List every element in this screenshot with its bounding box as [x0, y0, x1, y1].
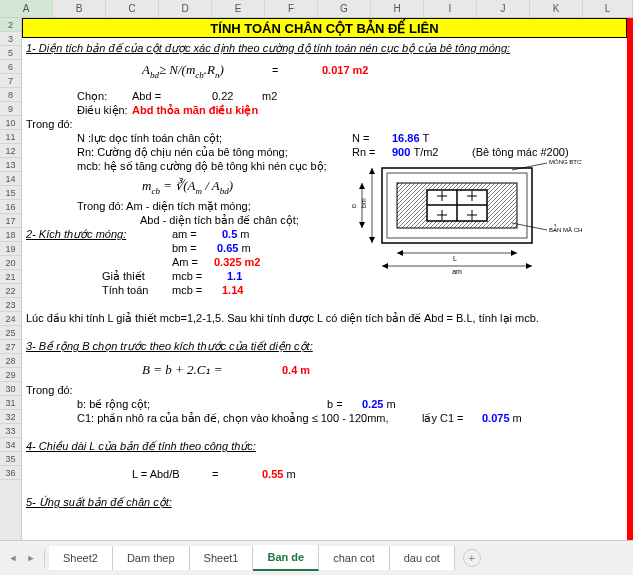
row-header[interactable]: 25 — [0, 326, 21, 340]
separator — [44, 549, 45, 567]
formula-L: L = Abd/B — [132, 468, 180, 480]
row-header[interactable]: 28 — [0, 354, 21, 368]
svg-text:am: am — [452, 268, 462, 275]
row-header[interactable]: 3 — [0, 32, 21, 46]
row-header[interactable]: 2 — [0, 18, 21, 32]
svg-text:BẢN MÃ CHÂN CỘT: BẢN MÃ CHÂN CỘT — [549, 224, 582, 234]
col-header[interactable]: F — [265, 0, 318, 17]
trongdo-label: Trong đó: — [26, 118, 73, 130]
tab-chan-cot[interactable]: chan cot — [319, 546, 390, 570]
abd-chosen: 0.22 — [212, 90, 233, 102]
row-header[interactable]: 14 — [0, 172, 21, 186]
svg-text:b: b — [352, 204, 357, 208]
row-header[interactable]: 10 — [0, 116, 21, 130]
Am-value: 0.325 m2 — [214, 256, 261, 268]
n-value: 16.86 T — [392, 132, 429, 144]
tab-sheet1[interactable]: Sheet1 — [190, 546, 254, 570]
tab-dau-cot[interactable]: dau cot — [390, 546, 455, 570]
n-eq: N = — [352, 132, 369, 144]
row-header[interactable]: 15 — [0, 186, 21, 200]
row-header[interactable]: 7 — [0, 74, 21, 88]
tab-ban-de[interactable]: Ban de — [253, 545, 319, 571]
Am-label: Am = — [172, 256, 198, 268]
row-header[interactable]: 12 — [0, 144, 21, 158]
row-header[interactable]: 27 — [0, 340, 21, 354]
rn-eq: Rn = — [352, 146, 376, 158]
dieukien-msg: Abd thỏa mãn điều kiện — [132, 104, 258, 117]
row-header[interactable]: 22 — [0, 284, 21, 298]
row-header[interactable]: 13 — [0, 158, 21, 172]
rn-note: (Bê tông mác #200) — [472, 146, 569, 158]
col-header[interactable]: I — [424, 0, 477, 17]
svg-text:MÓNG BTCT: MÓNG BTCT — [549, 159, 582, 165]
c1-desc: C1: phần nhô ra của bản đế, chọn vào kho… — [77, 412, 389, 425]
svg-marker-20 — [359, 222, 365, 228]
n-desc: N :lực dọc tính toán chân cột; — [77, 132, 222, 145]
row-header[interactable]: 8 — [0, 88, 21, 102]
trongdo3-label: Trong đó: — [26, 384, 73, 396]
row-header[interactable]: 30 — [0, 382, 21, 396]
add-sheet-icon[interactable]: + — [463, 549, 481, 567]
row-header[interactable]: 17 — [0, 214, 21, 228]
section2-heading: 2- Kích thước móng: — [26, 228, 126, 241]
worksheet-content[interactable]: TÍNH TOÁN CHÂN CỘT BẢN ĐẾ LIÊN 1- Diện t… — [22, 18, 633, 540]
tab-dam-thep[interactable]: Dam thep — [113, 546, 190, 570]
row-header[interactable]: 35 — [0, 452, 21, 466]
svg-marker-15 — [369, 168, 375, 174]
section5-heading: 5- Ứng suất bản đế chân cột: — [26, 496, 172, 509]
row-header[interactable]: 31 — [0, 396, 21, 410]
row-header[interactable]: 11 — [0, 130, 21, 144]
am-desc: Trong đó: Am - diện tích mặt móng; — [77, 200, 251, 213]
col-header[interactable]: L — [583, 0, 633, 17]
row-header[interactable]: 33 — [0, 424, 21, 438]
svg-line-30 — [512, 163, 547, 170]
c1-eq: lấy C1 = — [422, 412, 464, 425]
row-header[interactable]: 6 — [0, 60, 21, 74]
tab-sheet2[interactable]: Sheet2 — [49, 546, 113, 570]
svg-marker-28 — [526, 263, 532, 269]
row-header[interactable]: 5 — [0, 46, 21, 60]
row-header[interactable]: 32 — [0, 410, 21, 424]
row-header[interactable]: 34 — [0, 438, 21, 452]
column-headers: A B C D E F G H I J K L — [0, 0, 633, 18]
rn-desc: Rn: Cường độ chịu nén của bê tông móng; — [77, 146, 288, 159]
row-header[interactable]: 23 — [0, 298, 21, 312]
right-edge — [627, 18, 633, 540]
col-header[interactable]: D — [159, 0, 212, 17]
abd-unit: m2 — [262, 90, 277, 102]
col-header[interactable]: H — [371, 0, 424, 17]
section3-heading: 3- Bề rộng B chọn trước theo kích thước … — [26, 340, 313, 353]
bm-value: 0.65 m — [217, 242, 251, 254]
col-header[interactable]: K — [530, 0, 583, 17]
col-header[interactable]: C — [106, 0, 159, 17]
row-header[interactable]: 18 — [0, 228, 21, 242]
mcb-tt-label: mcb = — [172, 284, 202, 296]
tab-nav-first-icon[interactable]: ◄ — [5, 550, 21, 566]
mcb-tt-value: 1.14 — [222, 284, 243, 296]
row-header[interactable]: 24 — [0, 312, 21, 326]
dieukien-label: Điều kiện: — [77, 104, 128, 117]
row-header[interactable]: 20 — [0, 256, 21, 270]
giathiet-label: Giả thiết — [102, 270, 145, 283]
L-eq: = — [212, 468, 218, 480]
row-header[interactable]: 36 — [0, 466, 21, 480]
row-header[interactable]: 16 — [0, 200, 21, 214]
col-header[interactable]: G — [318, 0, 371, 17]
svg-marker-19 — [359, 183, 365, 189]
col-header[interactable]: E — [212, 0, 265, 17]
row-headers: 2 3 5 6 7 8 9 10 11 12 13 14 15 16 17 18… — [0, 18, 22, 540]
row-header[interactable]: 19 — [0, 242, 21, 256]
row-header[interactable]: 21 — [0, 270, 21, 284]
row-header[interactable]: 29 — [0, 368, 21, 382]
row-header[interactable]: 9 — [0, 102, 21, 116]
svg-marker-23 — [397, 250, 403, 256]
tab-nav-last-icon[interactable]: ► — [23, 550, 39, 566]
col-header[interactable]: A — [0, 0, 53, 17]
col-header[interactable]: B — [53, 0, 106, 17]
mcb-gt-label: mcb = — [172, 270, 202, 282]
section4-heading: 4- Chiều dài L của bản đế tính theo công… — [26, 440, 256, 453]
b-eq: b = — [327, 398, 343, 410]
abd-desc2: Abd - diện tích bản đế chân cột; — [140, 214, 299, 227]
section1-heading: 1- Diện tích bản đế của cột được xác địn… — [26, 42, 510, 55]
col-header[interactable]: J — [477, 0, 530, 17]
